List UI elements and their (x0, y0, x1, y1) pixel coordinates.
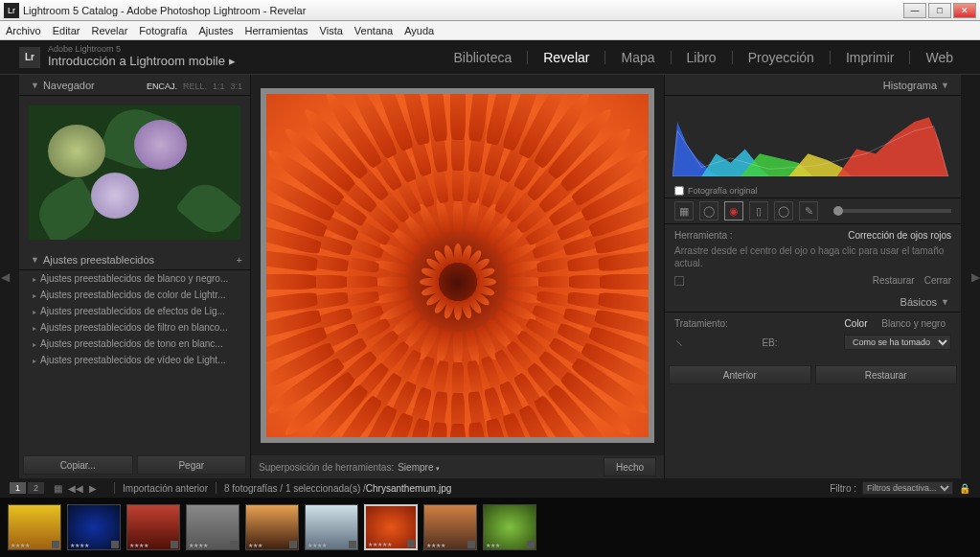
nav-fwd-icon[interactable]: ▶ (89, 483, 97, 494)
thumb-badge-icon (349, 541, 356, 548)
grid-icon[interactable]: ▦ (54, 483, 62, 494)
left-edge-toggle[interactable]: ◀ (0, 75, 10, 478)
collapse-icon: ▼ (941, 297, 949, 307)
thumb-badge-icon (171, 541, 178, 548)
photo-canvas[interactable] (251, 75, 664, 455)
app-header: Lr Adobe Lightroom 5 Introducción a Ligh… (0, 40, 980, 75)
close-button[interactable]: ✕ (953, 3, 976, 18)
filter-lock-icon[interactable]: 🔒 (959, 483, 970, 494)
preset-item[interactable]: Ajustes preestablecidos de vídeo de Ligh… (19, 352, 250, 368)
tool-restore-link[interactable]: Restaurar (873, 275, 915, 286)
module-imprimir[interactable]: Imprimir (838, 50, 902, 65)
preset-item[interactable]: Ajustes preestablecidos de color de Ligh… (19, 287, 250, 303)
gradient-tool-icon[interactable]: ▯ (749, 201, 768, 220)
module-libro[interactable]: Libro (679, 50, 724, 65)
nav-mode[interactable]: 3:1 (230, 81, 242, 91)
overlay-label: Superposición de herramientas: (259, 462, 394, 473)
filmstrip-thumb[interactable]: ★★★★ (305, 504, 358, 550)
navigator-preview[interactable] (19, 96, 250, 249)
restore-button[interactable]: Restaurar (815, 365, 958, 384)
preset-item[interactable]: Ajustes preestablecidos de blanco y negr… (19, 270, 250, 287)
menu-ventana[interactable]: Ventana (354, 25, 393, 36)
spot-tool-icon[interactable]: ◯ (699, 201, 718, 220)
module-mapa[interactable]: Mapa (613, 50, 662, 65)
nav-mode[interactable]: 1:1 (213, 81, 225, 91)
tool-strip: ▦ ◯ ◉ ▯ ◯ ✎ (665, 197, 961, 224)
brand-main-link[interactable]: Introducción a Lightroom mobile ▸ (48, 55, 236, 68)
menu-fotografía[interactable]: Fotografía (139, 25, 187, 36)
selection-count: 8 fotografías / 1 seleccionada(s) / (224, 483, 366, 494)
window-title: Lightroom 5 Catalog - Adobe Photoshop Li… (23, 5, 903, 16)
preset-item[interactable]: Ajustes preestablecidos de filtro en bla… (19, 319, 250, 336)
treatment-color[interactable]: Color (839, 316, 874, 331)
overlay-dropdown[interactable]: Siempre ▾ (398, 462, 440, 473)
filmstrip-thumb[interactable]: ★★★★ (186, 504, 239, 550)
window-titlebar: Lr Lightroom 5 Catalog - Adobe Photoshop… (0, 0, 980, 21)
paste-button[interactable]: Pegar (137, 455, 247, 475)
right-edge-toggle[interactable]: ▶ (970, 75, 980, 478)
nav-mode[interactable]: ENCAJ. (147, 81, 177, 91)
minimize-button[interactable]: — (903, 3, 926, 18)
tool-name: Corrección de ojos rojos (848, 230, 951, 241)
menu-archivo[interactable]: Archivo (6, 25, 41, 36)
rating-stars: ★★★ (486, 542, 500, 548)
redeye-tool-icon[interactable]: ◉ (724, 201, 743, 220)
lightroom-logo: Lr (19, 47, 40, 68)
module-revelar[interactable]: Revelar (536, 50, 597, 65)
thumb-badge-icon (230, 541, 238, 548)
treatment-bw[interactable]: Blanco y negro (876, 316, 951, 331)
nav-back-icon[interactable]: ◀◀ (68, 483, 83, 494)
crop-tool-icon[interactable]: ▦ (674, 201, 694, 220)
rating-stars: ★★★★ (308, 542, 327, 548)
eyedropper-icon[interactable]: ⟍ (674, 336, 695, 349)
current-file: Chrysanthemum.jpg (366, 483, 451, 494)
view-seg-2[interactable]: 2 (28, 482, 44, 494)
module-proyección[interactable]: Proyección (741, 50, 822, 65)
filmstrip: ★★★★★★★★★★★★★★★★★★★★★★★★★★★★★★★★★★★ (0, 498, 980, 557)
filter-dropdown[interactable]: Filtros desactiva... (862, 481, 953, 495)
basics-header[interactable]: Básicos ▼ (665, 291, 961, 313)
thumb-badge-icon (289, 541, 297, 548)
thumb-badge-icon (52, 541, 59, 548)
tool-switch-icon[interactable] (674, 276, 684, 286)
menu-ajustes[interactable]: Ajustes (198, 25, 233, 36)
previous-button[interactable]: Anterior (669, 365, 811, 384)
navigator-header[interactable]: ▼ Navegador ENCAJ.RELL.1:13:1 (19, 75, 250, 96)
histogram-header[interactable]: Histograma ▼ (665, 75, 961, 96)
preset-item[interactable]: Ajustes preestablecidos de efectos de Li… (19, 303, 250, 319)
app-icon: Lr (4, 3, 19, 18)
menu-herramientas[interactable]: Herramientas (245, 25, 308, 36)
view-seg-1[interactable]: 1 (10, 482, 26, 494)
preset-item[interactable]: Ajustes preestablecidos de tono en blanc… (19, 336, 250, 352)
tool-close-link[interactable]: Cerrar (924, 275, 951, 286)
filmstrip-thumb[interactable]: ★★★★ (67, 504, 121, 550)
radial-tool-icon[interactable]: ◯ (774, 201, 793, 220)
histogram-display[interactable] (665, 96, 961, 184)
filmstrip-thumb[interactable]: ★★★ (483, 504, 536, 550)
done-button[interactable]: Hecho (604, 457, 656, 476)
maximize-button[interactable]: □ (928, 3, 951, 18)
filter-label: Filtro : (830, 483, 856, 494)
module-web[interactable]: Web (918, 50, 961, 65)
menu-ayuda[interactable]: Ayuda (404, 25, 434, 36)
menu-vista[interactable]: Vista (320, 25, 343, 36)
presets-list: Ajustes preestablecidos de blanco y negr… (19, 270, 250, 452)
filmstrip-thumb[interactable]: ★★★★ (423, 504, 477, 550)
wb-dropdown[interactable]: Como se ha tomado (844, 335, 951, 350)
filmstrip-thumb[interactable]: ★★★★ (126, 504, 180, 550)
menu-revelar[interactable]: Revelar (91, 25, 127, 36)
import-source[interactable]: Importación anterior (123, 483, 208, 494)
menu-editar[interactable]: Editar (53, 25, 80, 36)
tool-size-slider[interactable] (833, 209, 951, 213)
rating-stars: ★★★★ (129, 542, 148, 548)
filmstrip-thumb[interactable]: ★★★★ (8, 504, 61, 550)
add-preset-icon[interactable]: + (237, 254, 242, 266)
brush-tool-icon[interactable]: ✎ (799, 201, 818, 220)
filmstrip-thumb[interactable]: ★★★ (245, 504, 299, 550)
module-biblioteca[interactable]: Biblioteca (446, 50, 520, 65)
nav-mode[interactable]: RELL. (183, 81, 207, 91)
presets-header[interactable]: ▼ Ajustes preestablecidos + (19, 249, 250, 270)
filmstrip-thumb[interactable]: ★★★★★ (364, 504, 418, 550)
original-checkbox[interactable] (674, 186, 684, 196)
copy-button[interactable]: Copiar... (23, 455, 133, 475)
